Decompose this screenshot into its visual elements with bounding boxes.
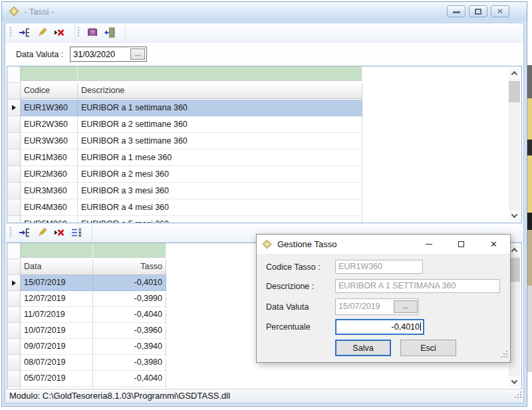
row-selector[interactable] <box>7 323 21 339</box>
cell-codice[interactable]: EUR3M360 <box>21 183 78 199</box>
scroll-down-button[interactable] <box>509 376 520 387</box>
filter-cell-descrizione[interactable] <box>78 66 362 81</box>
scrollbar-thumb[interactable] <box>509 81 520 102</box>
cell-data[interactable]: 09/07/2019 <box>21 339 93 355</box>
cell-tasso[interactable]: -0,4040 <box>93 371 166 387</box>
row-selector[interactable] <box>7 133 21 150</box>
dialog-close-button[interactable] <box>477 235 510 255</box>
table-row[interactable]: EUR1M360EURIBOR a 1 mese 360 <box>7 150 521 166</box>
toolbar-grip[interactable] <box>9 227 12 238</box>
row-selector[interactable] <box>7 339 21 355</box>
column-header-data[interactable]: Data <box>21 259 93 275</box>
add-record-button[interactable] <box>16 25 33 41</box>
row-selector[interactable] <box>7 166 21 183</box>
add-record-button[interactable] <box>16 225 33 241</box>
dialog-titlebar[interactable]: Gestione Tasso <box>257 235 510 255</box>
filter-selector-cell[interactable] <box>7 243 21 259</box>
table-row[interactable]: EUR3W360EURIBOR a 3 settimane 360 <box>7 133 521 150</box>
list-values-button[interactable] <box>68 225 85 241</box>
cell-descrizione[interactable]: EURIBOR a 3 mesi 360 <box>78 183 362 199</box>
table-row[interactable]: EUR2W360EURIBOR a 2 settimane 360 <box>7 116 521 133</box>
cell-data[interactable]: 10/07/2019 <box>21 323 93 339</box>
edit-record-button[interactable] <box>33 225 51 241</box>
dialog-resize-grip[interactable] <box>501 351 508 360</box>
exit-door-button[interactable] <box>101 25 118 41</box>
row-selector[interactable] <box>7 371 21 387</box>
column-header-descrizione[interactable]: Descrizione <box>78 83 362 99</box>
filter-cell-codice[interactable] <box>21 66 78 81</box>
main-titlebar[interactable]: - Tassi - <box>2 2 527 21</box>
maximize-button[interactable] <box>469 5 487 17</box>
table-row[interactable]: EUR1W360EURIBOR a 1 settimana 360 <box>7 100 521 116</box>
delete-record-button[interactable] <box>51 225 68 241</box>
cell-tasso[interactable]: -0,4040 <box>93 307 166 323</box>
cell-codice[interactable]: EUR5M360 <box>21 216 78 223</box>
esci-button[interactable]: Esci <box>400 340 456 356</box>
cell-descrizione[interactable]: EURIBOR a 3 settimane 360 <box>78 133 362 150</box>
row-selector[interactable] <box>7 116 21 133</box>
cell-codice[interactable]: EUR1W360 <box>21 100 78 116</box>
table-row[interactable]: EUR2M360EURIBOR a 2 mesi 360 <box>7 166 521 183</box>
scroll-up-button[interactable] <box>509 68 520 79</box>
table-row[interactable]: 05/07/2019-0,4040 <box>7 371 521 387</box>
cell-data[interactable]: 05/07/2019 <box>21 371 93 387</box>
filter-cell-tasso[interactable] <box>93 243 166 258</box>
cell-data[interactable]: 11/07/2019 <box>21 307 93 323</box>
edit-record-button[interactable] <box>33 25 51 41</box>
cell-descrizione[interactable]: EURIBOR a 2 settimane 360 <box>78 116 362 133</box>
cell-codice[interactable]: EUR2M360 <box>21 166 78 183</box>
row-selector[interactable] <box>7 216 21 223</box>
column-header-tasso[interactable]: Tasso <box>93 259 166 275</box>
toolbar-grip[interactable] <box>9 27 12 38</box>
filter-selector-cell[interactable] <box>7 66 21 83</box>
cell-codice[interactable]: EUR3W360 <box>21 133 78 150</box>
percentuale-input[interactable]: -0,4010 <box>335 319 424 335</box>
salva-button[interactable]: Salva <box>335 340 391 356</box>
data-valuta-browse-button[interactable]: ... <box>394 300 418 313</box>
row-selector[interactable] <box>7 183 21 199</box>
help-book-button[interactable]: ? <box>84 25 101 41</box>
cell-codice[interactable]: EUR2W360 <box>21 116 78 133</box>
cell-codice[interactable]: EUR1M360 <box>21 150 78 166</box>
cell-descrizione[interactable]: EURIBOR a 1 mese 360 <box>78 150 362 166</box>
cell-data[interactable]: 15/07/2019 <box>21 275 93 291</box>
toolbar-grip[interactable] <box>77 27 80 38</box>
table-row[interactable]: EUR4M360EURIBOR a 4 mesi 360 <box>7 199 521 216</box>
minimize-button[interactable] <box>447 5 466 17</box>
date-browse-button[interactable]: ... <box>130 49 145 60</box>
row-selector[interactable] <box>7 275 21 291</box>
add-record-icon <box>19 27 31 39</box>
filter-cell-data[interactable] <box>21 243 93 258</box>
cell-descrizione[interactable]: EURIBOR a 1 settimana 360 <box>78 100 362 116</box>
cell-tasso[interactable]: -0,4010 <box>93 275 166 291</box>
rates-scrollbar[interactable] <box>509 68 520 221</box>
column-header-codice[interactable]: Codice <box>21 83 78 99</box>
dialog-maximize-button[interactable] <box>445 235 477 255</box>
cell-tasso[interactable]: -0,3940 <box>93 339 166 355</box>
row-selector[interactable] <box>7 355 21 371</box>
cell-tasso[interactable]: -0,3980 <box>93 355 166 371</box>
row-selector[interactable] <box>7 199 21 216</box>
date-filter-input[interactable] <box>71 50 130 59</box>
cell-descrizione[interactable]: EURIBOR a 4 mesi 360 <box>78 199 362 216</box>
dialog-minimize-button[interactable] <box>412 235 445 255</box>
row-selector[interactable] <box>7 291 21 307</box>
cell-descrizione[interactable]: EURIBOR a 2 mesi 360 <box>78 166 362 183</box>
header-selector-cell <box>7 83 21 100</box>
toolbar-group-records <box>7 24 75 42</box>
cell-tasso[interactable]: -0,3960 <box>93 323 166 339</box>
table-row[interactable]: EUR3M360EURIBOR a 3 mesi 360 <box>7 183 521 199</box>
row-selector[interactable] <box>7 100 21 116</box>
cell-tasso[interactable]: -0,3990 <box>93 291 166 307</box>
close-button[interactable] <box>491 5 509 17</box>
resize-grip[interactable] <box>513 390 522 401</box>
cell-codice[interactable]: EUR4M360 <box>21 199 78 216</box>
delete-record-button[interactable] <box>51 25 68 41</box>
scroll-down-button[interactable] <box>509 210 520 221</box>
cell-descrizione[interactable]: EURIBOR a 5 mesi 360 <box>78 216 362 223</box>
cell-data[interactable]: 08/07/2019 <box>21 355 93 371</box>
cell-data[interactable]: 12/07/2019 <box>21 291 93 307</box>
row-selector[interactable] <box>7 307 21 323</box>
row-selector[interactable] <box>7 150 21 166</box>
table-row[interactable]: EUR5M360EURIBOR a 5 mesi 360 <box>7 216 521 223</box>
